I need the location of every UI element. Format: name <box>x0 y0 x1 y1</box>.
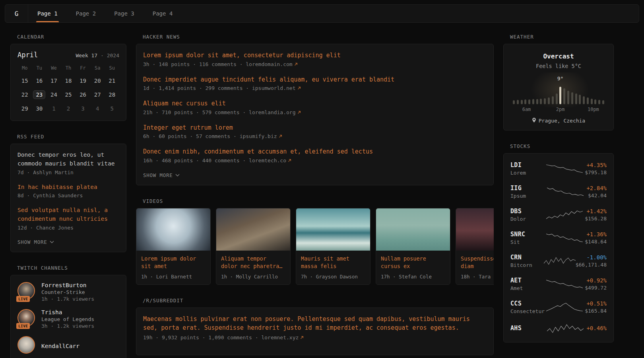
stock-change: +4.35% <box>585 162 607 168</box>
external-link-icon[interactable] <box>294 61 298 67</box>
twitch-channel[interactable]: KendallCarr <box>17 336 119 356</box>
tab-page-4[interactable]: Page 4 <box>144 5 182 22</box>
rss-card: Donec tempor eros leo, ut commodo mauris… <box>10 144 126 252</box>
stocks-widget: STOCKS LDILorem +4.35%$795.18 IIGIpsum +… <box>503 143 614 342</box>
stock-row[interactable]: LDILorem +4.35%$795.18 <box>510 157 607 180</box>
video-card[interactable]: Suspendisse diam 18h · Tara <box>456 208 494 285</box>
news-item-meta: 16h · 468 points · 440 comments · loremt… <box>143 158 487 163</box>
stock-row[interactable]: IIGIpsum +2.84%$42.04 <box>510 180 607 203</box>
video-card[interactable]: Mauris sit amet massa felis 7h · Grayson… <box>296 208 370 285</box>
calendar-day: 30 <box>32 103 47 114</box>
weather-hour-bar <box>521 100 523 104</box>
video-thumbnail[interactable] <box>456 208 494 251</box>
video-title[interactable]: Aliquam tempor dolor nec pharetra… <box>221 255 285 271</box>
weather-time-label: 6am <box>522 107 531 112</box>
stock-row[interactable]: DBSDolor +1.42%$156.28 <box>510 203 607 226</box>
stock-price: $42.04 <box>586 193 607 198</box>
stock-symbol: AHS <box>510 325 544 332</box>
stock-sparkline <box>544 163 585 174</box>
avatar <box>17 336 36 356</box>
tab-page-3[interactable]: Page 3 <box>105 5 144 22</box>
weather-widget: WEATHER Overcast Feels like 5°C 9° 6am2p… <box>503 34 614 130</box>
stock-row[interactable]: AETAmet +0.92%$499.72 <box>510 272 607 296</box>
video-card[interactable]: Nullam posuere cursus ex 17h · Stefan Co… <box>376 208 450 285</box>
calendar-day: 21 <box>105 76 119 86</box>
section-title-stocks: STOCKS <box>510 143 614 149</box>
chevron-down-icon <box>175 174 180 177</box>
external-link-icon[interactable] <box>297 109 301 115</box>
rss-item-title[interactable]: In hac habitasse platea <box>17 183 119 192</box>
channel-game: League of Legends <box>41 316 94 322</box>
stock-sparkline <box>544 278 585 290</box>
video-title[interactable]: Suspendisse diam <box>461 255 494 271</box>
weather-hour-bar <box>571 92 573 104</box>
news-item-title[interactable]: Aliquam nec cursus elit <box>143 99 487 108</box>
show-more-label: SHOW MORE <box>143 172 173 178</box>
video-title[interactable]: Lorem ipsum dolor sit amet consectetu… <box>141 255 206 271</box>
top-nav: G Page 1 Page 2 Page 3 Page 4 <box>5 4 639 23</box>
external-link-icon[interactable] <box>300 335 304 340</box>
tab-page-1[interactable]: Page 1 <box>28 5 67 22</box>
stock-row[interactable]: CCSConsectetur +0.51%$165.84 <box>510 296 607 319</box>
rss-item-title[interactable]: Sed volutpat nulla nisl, a condimentum n… <box>17 206 119 224</box>
news-item-title[interactable]: Donec imperdiet augue tincidunt felis al… <box>143 75 487 84</box>
stock-sparkline <box>544 209 585 220</box>
external-link-icon[interactable] <box>288 158 291 163</box>
calendar-day: 16 <box>32 76 47 86</box>
weather-hour-bar <box>556 93 558 104</box>
external-link-icon[interactable] <box>297 85 301 91</box>
external-link-icon[interactable] <box>279 133 282 139</box>
calendar-weekday: Th <box>61 65 76 72</box>
reddit-post-meta: 19h · 9,932 points · 1,090 comments · lo… <box>143 335 487 340</box>
section-title-hacker-news: HACKER NEWS <box>143 34 494 40</box>
video-card[interactable]: Lorem ipsum dolor sit amet consectetu… 1… <box>136 208 211 285</box>
video-title[interactable]: Mauris sit amet massa felis <box>301 255 365 271</box>
stock-row[interactable]: SNRCSit +1.36%$148.64 <box>510 226 607 249</box>
live-badge: LIVE <box>16 323 30 329</box>
stock-symbol: CRN <box>510 254 544 261</box>
calendar-week-label: Week 17 · 2024 <box>76 53 119 58</box>
stock-change: +0.51% <box>585 300 607 307</box>
tab-page-2[interactable]: Page 2 <box>67 5 105 22</box>
twitch-channel[interactable]: LIVE ForrestBurton Counter-Strike 1h · 1… <box>17 282 119 302</box>
calendar-day: 28 <box>105 90 119 100</box>
video-thumbnail[interactable] <box>296 208 370 251</box>
rss-widget: RSS FEED Donec tempor eros leo, ut commo… <box>10 134 126 252</box>
video-thumbnail[interactable] <box>216 208 290 251</box>
news-item-title[interactable]: Donec enim nibh, condimentum et accumsan… <box>143 147 487 156</box>
app-logo[interactable]: G <box>5 5 28 22</box>
video-title[interactable]: Nullam posuere cursus ex <box>381 255 445 271</box>
dashboard: CALENDAR April Week 17 · 2024 MoTuWeThFr… <box>0 23 644 358</box>
news-item: Donec enim nibh, condimentum et accumsan… <box>143 147 487 163</box>
news-item-title[interactable]: Integer eget rutrum lorem <box>143 123 487 132</box>
news-item-meta: 6h · 60 points · 57 comments · ipsumify.… <box>143 133 487 139</box>
news-show-more-button[interactable]: SHOW MORE <box>143 172 180 178</box>
stock-sparkline <box>544 323 586 334</box>
channel-name[interactable]: KendallCarr <box>41 343 80 349</box>
stock-price: $156.28 <box>585 216 607 222</box>
twitch-card: LIVE ForrestBurton Counter-Strike 1h · 1… <box>10 275 126 358</box>
reddit-post-title[interactable]: Maecenas mollis pulvinar erat non posuer… <box>143 315 487 333</box>
channel-name[interactable]: Trisha <box>41 309 94 315</box>
rss-show-more-button[interactable]: SHOW MORE <box>17 239 54 245</box>
weather-hour-bar <box>594 99 596 104</box>
stock-row[interactable]: AHS +0.46% <box>510 319 607 339</box>
video-thumbnail[interactable] <box>376 208 450 251</box>
video-card[interactable]: Aliquam tempor dolor nec pharetra… 1h · … <box>216 208 291 285</box>
twitch-channel[interactable]: LIVE Trisha League of Legends 3h · 1.2k … <box>17 309 119 329</box>
calendar-grid: MoTuWeThFrSaSu15161718192021222324252627… <box>17 65 119 114</box>
live-badge: LIVE <box>16 296 30 302</box>
weather-hour-bar <box>513 100 515 104</box>
calendar-month: April <box>17 51 38 59</box>
weather-time-label: 10pm <box>588 107 599 112</box>
video-thumbnail[interactable] <box>136 208 210 251</box>
news-item-title[interactable]: Lorem ipsum dolor sit amet, consectetur … <box>143 51 487 60</box>
channel-name[interactable]: ForrestBurton <box>41 282 94 288</box>
stock-change: +1.42% <box>585 208 607 214</box>
calendar-day: 24 <box>47 90 61 100</box>
calendar-weekday: Mo <box>17 65 32 72</box>
stock-row[interactable]: CRNBitcorn -1.00%$66,171.48 <box>510 249 607 272</box>
rss-item-title[interactable]: Donec tempor eros leo, ut commodo mauris… <box>17 151 119 168</box>
weather-hour-bar <box>583 96 585 104</box>
weather-hour-bar <box>528 99 530 104</box>
